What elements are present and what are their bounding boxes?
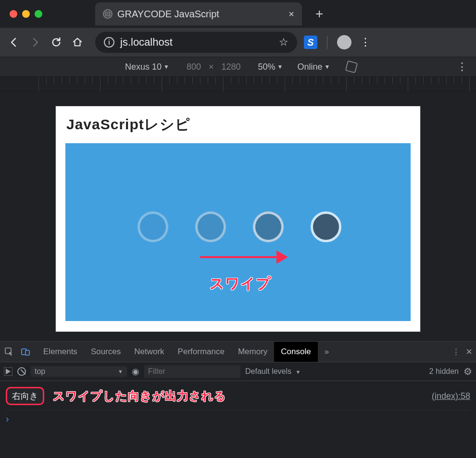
tab-console[interactable]: Console — [274, 342, 317, 362]
svg-rect-3 — [25, 350, 29, 355]
devtools-tabstrip: Elements Sources Network Performance Mem… — [0, 342, 476, 362]
minimize-window-button[interactable] — [22, 10, 30, 18]
chevron-down-icon: ▼ — [163, 63, 169, 70]
tab-network[interactable]: Network — [127, 342, 171, 362]
chevron-down-icon: ▼ — [277, 63, 283, 70]
device-height[interactable]: 1280 — [222, 62, 241, 72]
profile-avatar[interactable] — [337, 35, 351, 50]
url-text: js.localhost — [120, 36, 273, 49]
extension-icon[interactable]: S — [304, 36, 317, 49]
console-prompt[interactable]: › — [6, 410, 470, 424]
browser-menu-button[interactable]: ⋮ — [358, 35, 373, 50]
globe-icon — [103, 9, 113, 19]
back-button[interactable] — [7, 35, 21, 50]
close-window-button[interactable] — [10, 10, 17, 18]
console-sidebar-toggle[interactable] — [4, 367, 13, 376]
annotation-swipe-label: スワイプ — [210, 274, 271, 294]
rendered-page[interactable]: JavaScriptレシピ スワイプ — [55, 106, 421, 332]
inspect-icon[interactable] — [4, 347, 14, 357]
home-button[interactable] — [70, 35, 85, 50]
chevron-down-icon: ▼ — [325, 63, 330, 70]
close-tab-button[interactable]: × — [288, 9, 294, 20]
maximize-window-button[interactable] — [35, 10, 42, 18]
devtools-menu-icon[interactable]: ⋮ — [452, 347, 460, 357]
tab-memory[interactable]: Memory — [231, 342, 274, 362]
chevron-down-icon: ▼ — [118, 369, 123, 374]
swipe-trail-dot — [195, 211, 226, 242]
console-log-source[interactable]: (index):58 — [432, 391, 470, 401]
throttle-select[interactable]: Online ▼ — [297, 62, 330, 72]
device-select[interactable]: Nexus 10 ▼ — [125, 62, 169, 72]
new-tab-button[interactable]: + — [315, 6, 323, 22]
swipe-canvas[interactable]: スワイプ — [65, 143, 411, 321]
throttle-value: Online — [297, 62, 322, 72]
context-value: top — [35, 367, 45, 376]
tab-title: GRAYCODE JavaScript — [117, 9, 284, 20]
chevron-down-icon: ▼ — [296, 369, 301, 375]
device-toolbar-menu[interactable]: ⋮ — [457, 61, 467, 73]
reload-button[interactable] — [49, 35, 63, 50]
tab-strip: GRAYCODE JavaScript × + — [0, 0, 476, 28]
annotation-output-label: スワイプした向きが出力される — [53, 388, 226, 404]
log-levels-select[interactable]: Default levels ▼ — [245, 367, 301, 376]
tab-performance[interactable]: Performance — [171, 342, 231, 362]
devtools-close-icon[interactable]: × — [466, 346, 472, 358]
browser-tab[interactable]: GRAYCODE JavaScript × — [95, 2, 302, 25]
emulated-viewport: JavaScriptレシピ スワイプ — [0, 91, 476, 341]
forward-button[interactable] — [28, 35, 42, 50]
times-glyph: × — [209, 62, 214, 72]
tab-elements[interactable]: Elements — [37, 342, 84, 362]
swipe-trail-dot — [253, 211, 284, 242]
tab-sources[interactable]: Sources — [84, 342, 127, 362]
browser-toolbar: i js.localhost ☆ S ⋮ — [0, 28, 476, 57]
console-settings-icon[interactable]: ⚙ — [463, 366, 472, 377]
devtools-panel: Elements Sources Network Performance Mem… — [0, 341, 476, 428]
device-toolbar: Nexus 10 ▼ 800 × 1280 50% ▼ Online ▼ ⋮ — [0, 57, 476, 77]
console-log-message: 右向き — [6, 387, 44, 405]
swipe-cursor-dot — [311, 211, 341, 242]
annotation-arrow — [200, 256, 287, 258]
page-heading: JavaScriptレシピ — [56, 106, 420, 143]
filter-input[interactable] — [144, 365, 240, 378]
hidden-count[interactable]: 2 hidden — [429, 367, 459, 376]
address-bar[interactable]: i js.localhost ☆ — [95, 32, 297, 53]
ruler — [0, 77, 476, 91]
toolbar-divider — [327, 36, 327, 49]
bookmark-star-icon[interactable]: ☆ — [279, 36, 288, 49]
live-expression-icon[interactable]: ◉ — [132, 366, 139, 377]
swipe-trail-dot — [138, 211, 168, 242]
log-levels-label: Default levels — [245, 367, 291, 375]
console-toolbar: top ▼ ◉ Default levels ▼ 2 hidden ⚙ — [0, 362, 476, 381]
console-output: 右向き スワイプした向きが出力される (index):58 › — [0, 381, 476, 428]
tab-overflow[interactable]: » — [318, 342, 336, 362]
zoom-select[interactable]: 50% ▼ — [258, 62, 283, 72]
console-log-row[interactable]: 右向き スワイプした向きが出力される (index):58 — [6, 385, 470, 410]
window-controls — [10, 10, 42, 18]
browser-chrome: GRAYCODE JavaScript × + i js.localhost ☆… — [0, 0, 476, 57]
context-select[interactable]: top ▼ — [31, 366, 127, 377]
zoom-value: 50% — [258, 62, 276, 72]
device-mode-icon[interactable] — [20, 347, 31, 357]
rotate-icon[interactable] — [345, 61, 358, 74]
device-width[interactable]: 800 — [187, 62, 201, 72]
clear-console-icon[interactable] — [17, 367, 26, 376]
site-info-icon[interactable]: i — [104, 37, 114, 48]
device-name: Nexus 10 — [125, 62, 162, 72]
